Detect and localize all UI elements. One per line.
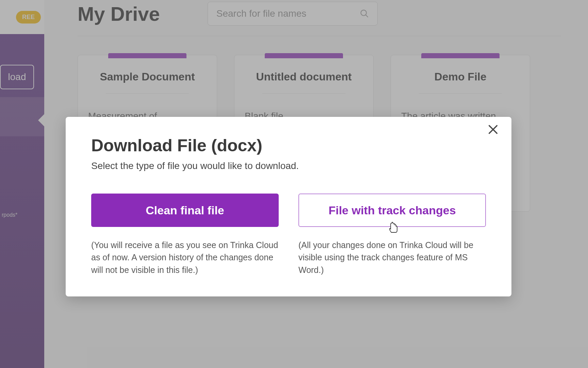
close-icon [487, 124, 499, 137]
modal-options-row: Clean final file (You will receive a fil… [91, 194, 486, 276]
option-track-changes: File with track changes (All your change… [298, 194, 486, 276]
modal-title: Download File (docx) [91, 136, 486, 155]
option-description: (All your changes done on Trinka Cloud w… [298, 239, 486, 276]
close-button[interactable] [485, 122, 501, 138]
file-with-track-changes-button[interactable]: File with track changes [298, 194, 486, 227]
clean-final-file-button[interactable]: Clean final file [91, 194, 279, 227]
download-modal: Download File (docx) Select the type of … [66, 117, 511, 296]
modal-subtitle: Select the type of file you would like t… [91, 160, 486, 171]
option-description: (You will receive a file as you see on T… [91, 239, 279, 276]
option-clean-file: Clean final file (You will receive a fil… [91, 194, 279, 276]
